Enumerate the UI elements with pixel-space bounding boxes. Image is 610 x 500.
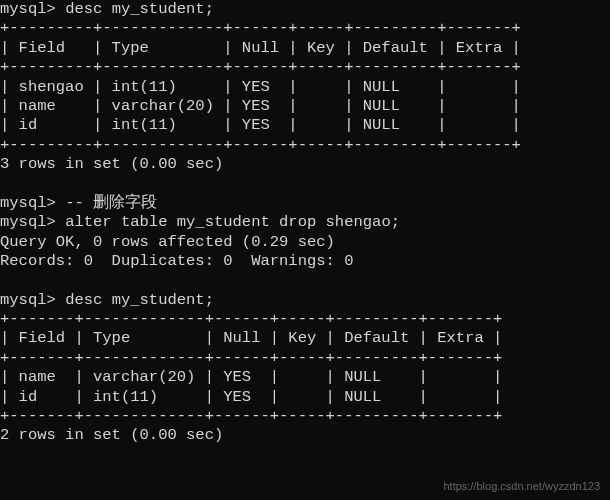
table1-row-1: | name | varchar(20) | YES | | NULL | | (0, 97, 521, 115)
terminal-output[interactable]: mysql> desc my_student; +---------+-----… (0, 0, 610, 446)
watermark: https://blog.csdn.net/wyzzdn123 (443, 480, 600, 494)
table2-row-0: | name | varchar(20) | YES | | NULL | | (0, 368, 502, 386)
table2-header: | Field | Type | Null | Key | Default | … (0, 329, 502, 347)
table1-row-2: | id | int(11) | YES | | NULL | | (0, 116, 521, 134)
table1-row-0: | shengao | int(11) | YES | | NULL | | (0, 78, 521, 96)
table2-border-bot: +-------+-------------+------+-----+----… (0, 407, 502, 425)
result-1: 3 rows in set (0.00 sec) (0, 155, 223, 173)
prompt: mysql> (0, 194, 56, 212)
prompt: mysql> (0, 291, 56, 309)
table2-row-1: | id | int(11) | YES | | NULL | | (0, 388, 502, 406)
command-desc-2: desc my_student; (65, 291, 214, 309)
table1-border-top: +---------+-------------+------+-----+--… (0, 19, 521, 37)
table1-border-mid: +---------+-------------+------+-----+--… (0, 58, 521, 76)
table1-header: | Field | Type | Null | Key | Default | … (0, 39, 521, 57)
command-comment: -- 删除字段 (65, 194, 157, 212)
table2-border-mid: +-------+-------------+------+-----+----… (0, 349, 502, 367)
result-2a: Query OK, 0 rows affected (0.29 sec) (0, 233, 335, 251)
result-3: 2 rows in set (0.00 sec) (0, 426, 223, 444)
command-alter: alter table my_student drop shengao; (65, 213, 400, 231)
command-desc-1: desc my_student; (65, 0, 214, 18)
table1-border-bot: +---------+-------------+------+-----+--… (0, 136, 521, 154)
prompt: mysql> (0, 213, 56, 231)
result-2b: Records: 0 Duplicates: 0 Warnings: 0 (0, 252, 353, 270)
table2-border-top: +-------+-------------+------+-----+----… (0, 310, 502, 328)
prompt: mysql> (0, 0, 56, 18)
